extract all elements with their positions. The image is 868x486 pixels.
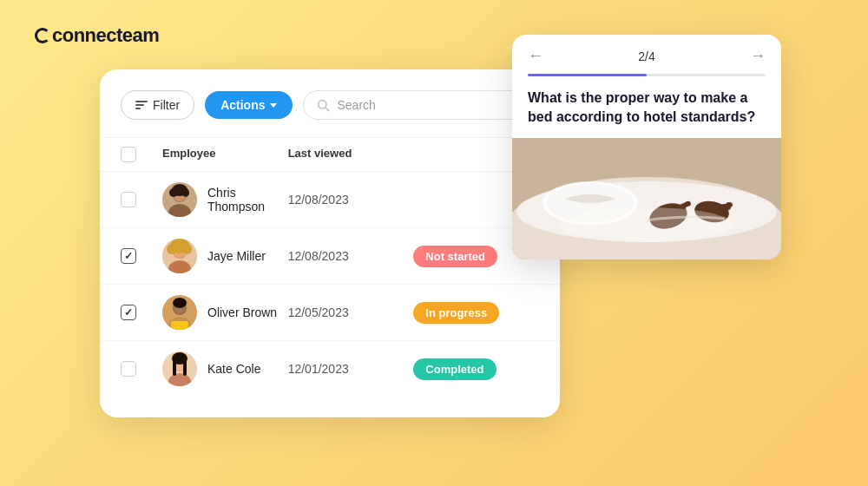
avatar (162, 295, 197, 330)
svg-point-15 (183, 244, 192, 254)
svg-line-1 (326, 108, 329, 111)
svg-point-14 (167, 244, 177, 254)
table-row: ✓ Oliver Brown 12/05/2023 In progress (100, 285, 560, 341)
avatar (162, 239, 197, 273)
last-viewed-date: 12/08/2023 (288, 249, 414, 263)
last-viewed-date: 12/01/2023 (288, 362, 414, 376)
row-checkbox-cell[interactable]: ✓ (121, 248, 162, 264)
status-badge: Completed (413, 358, 496, 380)
employee-name: Jaye Miller (207, 249, 266, 263)
bed-scene (512, 138, 781, 259)
svg-point-20 (173, 298, 187, 308)
row-checkbox-cell[interactable]: ✓ (121, 305, 162, 320)
main-card: Filter Actions Search Employee Last view… (100, 69, 560, 417)
select-all-checkbox[interactable] (121, 147, 136, 162)
svg-point-8 (182, 188, 189, 197)
table-row: ✓ Jaye Miller 12/08/2023 Not started (100, 228, 560, 285)
row-checkbox-cell[interactable] (121, 192, 162, 207)
row-checkbox[interactable] (121, 192, 136, 207)
employee-name: Chris Thompson (207, 186, 288, 213)
row-checkbox-cell[interactable] (121, 361, 162, 377)
quiz-next-button[interactable]: → (750, 47, 766, 65)
employee-cell: Jaye Miller (162, 239, 288, 273)
toolbar: Filter Actions Search (100, 90, 560, 138)
quiz-page-indicator: 2/4 (638, 49, 654, 63)
employee-name: Kate Cole (207, 362, 260, 376)
svg-rect-27 (173, 360, 176, 376)
row-checkbox-checked[interactable]: ✓ (121, 305, 136, 320)
employee-name: Oliver Brown (207, 305, 277, 319)
status-badge: Not started (413, 246, 497, 267)
actions-label: Actions (220, 98, 265, 112)
last-viewed-date: 12/05/2023 (288, 305, 414, 319)
header-checkbox-cell[interactable] (121, 147, 162, 162)
quiz-card: ← 2/4 → What is the proper way to make a… (512, 35, 781, 259)
logo-text: connecteam (52, 24, 159, 46)
row-checkbox[interactable] (121, 361, 136, 377)
quiz-prev-button[interactable]: ← (528, 47, 543, 65)
table-header: Employee Last viewed (100, 138, 560, 172)
dropdown-arrow-icon (270, 103, 277, 108)
avatar (162, 182, 197, 217)
svg-rect-21 (171, 321, 188, 330)
status-badge: In progress (413, 302, 499, 324)
svg-point-7 (169, 188, 178, 197)
actions-button[interactable]: Actions (205, 91, 293, 119)
quiz-image (512, 138, 781, 259)
avatar (162, 351, 197, 386)
search-box[interactable]: Search (303, 90, 539, 120)
last-viewed-date: 12/08/2023 (288, 193, 414, 207)
filter-icon (135, 101, 148, 109)
row-checkbox-checked[interactable]: ✓ (121, 248, 136, 264)
svg-point-42 (560, 207, 733, 242)
svg-rect-28 (183, 360, 187, 376)
search-placeholder: Search (337, 98, 375, 112)
table-row: Kate Cole 12/01/2023 Completed (100, 341, 560, 397)
filter-label: Filter (153, 98, 180, 112)
search-icon (316, 98, 330, 112)
employee-cell: Kate Cole (162, 351, 288, 386)
col-last-viewed: Last viewed (288, 147, 414, 162)
filter-button[interactable]: Filter (121, 90, 194, 120)
table-row: Chris Thompson 12/08/2023 (100, 172, 560, 228)
col-employee: Employee (162, 147, 288, 162)
employee-cell: Oliver Brown (162, 295, 288, 330)
logo-icon (35, 28, 50, 43)
quiz-header: ← 2/4 → (512, 35, 781, 65)
quiz-question: What is the proper way to make a bed acc… (512, 76, 781, 138)
svg-point-41 (726, 202, 733, 207)
logo: connecteam (35, 24, 159, 47)
employee-cell: Chris Thompson (162, 182, 288, 217)
